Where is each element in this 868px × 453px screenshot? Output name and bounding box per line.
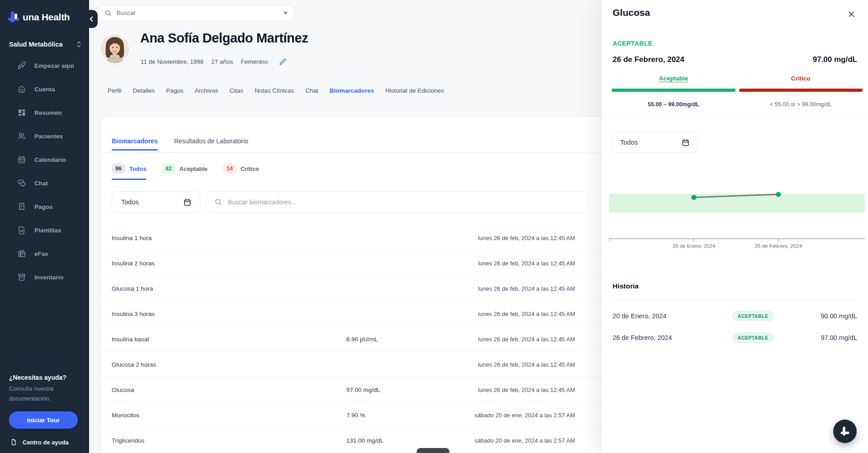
subtab-biomarcadores[interactable]: Biomarcadores <box>112 137 158 151</box>
biomarker-name: Glucosa <box>112 386 134 393</box>
range-critical-label[interactable]: Crítico <box>791 75 811 82</box>
sidebar-item-efax[interactable]: eFax <box>0 247 89 260</box>
calendar-icon <box>681 138 690 147</box>
filter-label: Crítico <box>241 165 259 172</box>
sidebar-item-resumen[interactable]: Resumen <box>0 106 89 119</box>
brand-text: una Health <box>23 12 70 23</box>
workspace-label: Salud Metabólica <box>9 41 62 48</box>
tab-detalles[interactable]: Detalles <box>133 87 155 94</box>
biomarker-name: Insulina 1 hora <box>112 234 152 241</box>
biomarker-date: lunes 26 de feb, 2024 a las 12:45 AM <box>478 335 575 342</box>
history-row[interactable]: 26 de Febrero, 2024 ACEPTABLE 97.00 mg/d… <box>613 329 857 346</box>
sidebar-item-pacientes[interactable]: Pacientes <box>0 129 89 143</box>
sidebar-item-cuenta[interactable]: Cuenta <box>0 82 89 96</box>
brand-logo[interactable]: una Health <box>0 0 89 24</box>
filter-aceptable[interactable]: 82 Aceptable <box>162 164 208 180</box>
search-icon <box>214 198 222 206</box>
biomarker-row[interactable]: Insulina 3 horas lunes 26 de feb, 2024 a… <box>101 301 615 326</box>
global-search-placeholder: Buscar <box>117 9 278 16</box>
biomarkers-card: Biomarcadores Resultados de Laboratorio … <box>100 116 616 453</box>
biomarker-value: 131.00 mg/dL <box>346 437 384 444</box>
biomarker-date: sábado 20 de ene, 2024 a las 2:57 AM <box>474 437 575 444</box>
chevron-down-icon[interactable] <box>283 11 288 15</box>
biomarker-date: lunes 26 de feb, 2024 a las 12:45 AM <box>478 285 575 292</box>
biomarker-row[interactable]: Insulina 2 horas lunes 26 de feb, 2024 a… <box>101 250 615 276</box>
tab-chat[interactable]: Chat <box>305 87 318 94</box>
filter-critico[interactable]: 14 Crítico <box>223 164 259 180</box>
biomarkers-subtabs: Biomarcadores Resultados de Laboratorio <box>112 137 248 151</box>
biomarker-name: Glucosa 2 horas <box>112 361 156 368</box>
divider <box>101 152 615 153</box>
range-acceptable-values: 55.00 – 99.00mg/dL <box>612 101 736 108</box>
history-value: 97.00 mg/dL <box>780 334 857 341</box>
tab-perfil[interactable]: Perfil <box>108 87 122 94</box>
latest-reading-value: 97.00 mg/dL <box>813 55 857 64</box>
luna-logo-icon <box>7 10 20 24</box>
bottom-sheet-peek[interactable] <box>417 448 449 453</box>
divider <box>612 299 858 300</box>
biomarker-date: lunes 26 de feb, 2024 a las 12:45 AM <box>478 234 575 241</box>
biomarker-value: 97.00 mg/dL <box>346 386 380 393</box>
range-critical: Crítico < 55.00 or > 99.00mg/dL <box>739 74 863 108</box>
panel-date-range-dropdown[interactable]: Todos <box>612 132 698 153</box>
tab-historial-de-ediciones[interactable]: Historial de Ediciones <box>385 87 444 94</box>
biomarker-row[interactable]: Trigliceridos 131.00 mg/dL sábado 20 de … <box>101 428 615 453</box>
sidebar-collapse-button[interactable] <box>81 10 98 28</box>
global-search-input[interactable]: Buscar <box>99 5 294 21</box>
date-range-value: Todos <box>121 198 139 206</box>
latest-reading-row: 26 de Febrero, 2024 97.00 mg/dL <box>613 55 857 64</box>
start-tour-button[interactable]: Iniciar Tour <box>9 411 78 429</box>
chevron-left-icon <box>89 16 94 22</box>
biomarker-row[interactable]: Glucosa 2 horas lunes 26 de feb, 2024 a … <box>101 352 615 377</box>
calendar-icon <box>17 155 26 164</box>
sidebar-item-calendario[interactable]: Calendario <box>0 153 89 166</box>
sidebar-item-empezar-aqui[interactable]: Empezar aqui <box>0 59 89 72</box>
biomarker-row[interactable]: Glucosa 1 hora lunes 26 de feb, 2024 a l… <box>101 276 615 301</box>
sidebar-item-label: Inventario <box>34 274 64 281</box>
biomarker-name: Insulina basal <box>112 335 149 342</box>
biomarker-date: lunes 26 de feb, 2024 a las 12:45 AM <box>478 310 575 317</box>
sidebar-item-label: Empezar aqui <box>34 62 74 69</box>
biomarker-date: lunes 26 de feb, 2024 a las 12:45 AM <box>478 260 575 266</box>
biomarker-search-input[interactable]: Buscar biomarcadores... <box>206 191 589 213</box>
tab-archivos[interactable]: Archivos <box>195 87 218 94</box>
history-row[interactable]: 20 de Enero, 2024 ACEPTABLE 90.00 mg/dL <box>613 307 857 325</box>
range-acceptable-label[interactable]: Aceptable <box>659 75 688 82</box>
workspace-switcher[interactable]: Salud Metabólica <box>9 41 82 48</box>
tab-pagos[interactable]: Pagos <box>166 87 184 94</box>
biomarker-row[interactable]: Glucosa 97.00 mg/dL lunes 26 de feb, 202… <box>101 377 615 402</box>
sidebar-nav: Empezar aqui Cuenta <box>0 59 89 294</box>
biomarker-name: Monocitos <box>112 411 140 418</box>
sidebar-item-pagos[interactable]: Pagos <box>0 200 89 213</box>
subtab-resultados-laboratorio[interactable]: Resultados de Laboratorio <box>174 137 248 151</box>
tab-notas-clinicas[interactable]: Notas Clínicas <box>255 87 294 94</box>
sidebar-item-plantillas[interactable]: Plantillas <box>0 223 89 237</box>
sidebar-help-section: ¿Necesitas ayuda? Consulta nuestra docum… <box>0 374 89 446</box>
biomarker-row[interactable]: Insulina basal 6.90 pU/mL lunes 26 de fe… <box>101 326 615 352</box>
help-center-link[interactable]: Centro de ayuda <box>9 439 80 446</box>
patient-meta: 11 de Noviembre, 1998 27 años Femenino <box>141 58 287 66</box>
svg-text:20 de Enero, 2024: 20 de Enero, 2024 <box>673 243 716 249</box>
biomarker-row[interactable]: Monocitos 7.90 % sábado 20 de ene, 2024 … <box>101 402 615 428</box>
biomarker-name: Insulina 2 horas <box>112 260 155 266</box>
range-critical-values: < 55.00 or > 99.00mg/dL <box>739 101 863 108</box>
sidebar-item-chat[interactable]: Chat <box>0 176 89 190</box>
trend-chart: 20 de Enero, 202426 de Febrero, 2024 <box>609 184 865 254</box>
list-filter-row: Todos Buscar biomarcadores... <box>112 191 615 213</box>
filter-count-badge: 14 <box>223 164 236 174</box>
close-button[interactable] <box>845 8 857 20</box>
biomarker-row[interactable]: Insulina 1 hora lunes 26 de feb, 2024 a … <box>101 225 615 250</box>
luna-floating-action-button[interactable] <box>833 420 857 443</box>
date-range-dropdown[interactable]: Todos <box>112 191 200 213</box>
tab-biomarcadores[interactable]: Biomarcadores <box>330 87 374 94</box>
filter-todos[interactable]: 96 Todos <box>112 164 146 180</box>
sidebar-item-inventario[interactable]: Inventario <box>0 270 89 284</box>
sidebar-item-label: Pacientes <box>34 133 63 140</box>
tab-citas[interactable]: Citas <box>230 87 244 94</box>
filter-label: Todos <box>129 165 146 172</box>
people-icon <box>17 132 26 141</box>
biomarker-date: lunes 26 de feb, 2024 a las 12:45 AM <box>478 361 575 368</box>
patient-sex: Femenino <box>241 58 268 65</box>
edit-pencil-icon[interactable] <box>279 58 287 66</box>
history-value: 90.00 mg/dL <box>780 312 857 320</box>
